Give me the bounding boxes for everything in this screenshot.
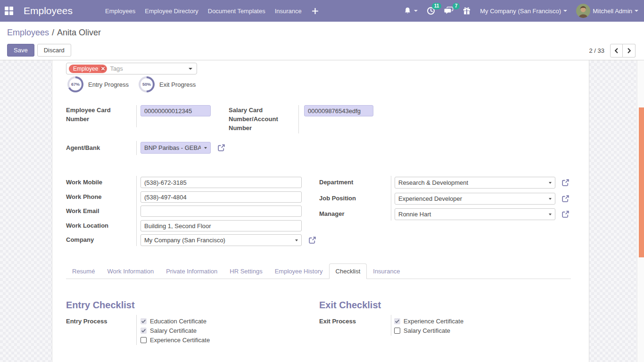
top-menu: Employees Employee Directory Document Te… (100, 0, 324, 22)
messages-icon (444, 7, 454, 15)
work-email-label: Work Email (66, 206, 99, 215)
agent-bank-label: Agent/Bank (66, 143, 127, 152)
salary-card-number-input[interactable] (304, 105, 373, 116)
plus-icon[interactable] (306, 8, 324, 14)
menu-employees[interactable]: Employees (100, 8, 140, 15)
tab-employee-history[interactable]: Employee History (269, 264, 329, 279)
list-item: Salary Certificate (140, 326, 210, 335)
work-location-label: Work Location (66, 221, 108, 230)
job-position-select[interactable]: Experienced Developer (395, 193, 555, 205)
list-item: Experience Certificate (140, 335, 210, 345)
list-item: Salary Certificate (394, 326, 463, 335)
experience-certificate-checkbox[interactable] (394, 318, 400, 324)
progress-row: 67% Entry Progress 50% Exit Progress (67, 76, 206, 92)
company-switcher[interactable]: My Company (San Francisco) (480, 8, 567, 15)
list-item: Experience Certificate (394, 316, 463, 326)
salary-certificate-checkbox[interactable] (394, 328, 400, 334)
tab-insurance[interactable]: Insurance (367, 264, 406, 279)
menu-employee-directory[interactable]: Employee Directory (140, 8, 203, 15)
education-certificate-checkbox[interactable] (140, 318, 147, 324)
menu-insurance[interactable]: Insurance (270, 8, 306, 15)
breadcrumb-employees-link[interactable]: Employees (7, 28, 49, 38)
work-mobile-label: Work Mobile (66, 178, 102, 187)
experience-certificate-checkbox[interactable] (140, 337, 147, 343)
dropdown-caret-icon (549, 182, 552, 184)
exit-progress-gauge: 50% (139, 76, 155, 92)
company-external-link-icon[interactable] (308, 236, 317, 245)
messages-tray[interactable]: 7 (444, 7, 454, 15)
user-menu[interactable]: Mitchell Admin (576, 4, 638, 18)
entry-checklist-items: Education Certificate Salary Certificate… (140, 316, 210, 345)
bell-icon (404, 7, 412, 15)
manager-external-link-icon[interactable] (561, 210, 570, 219)
tab-checklist[interactable]: Checklist (329, 263, 367, 279)
form-view-area: Employee Tags 67% Entry Progress 50% Exi… (0, 60, 644, 362)
pager-next-button[interactable] (623, 44, 636, 58)
job-position-label: Job Position (319, 194, 356, 203)
department-label: Department (319, 178, 353, 187)
user-name: Mitchell Admin (593, 8, 632, 15)
work-mobile-input[interactable] (140, 177, 302, 188)
work-phone-input[interactable] (140, 191, 302, 203)
work-email-input[interactable] (140, 206, 302, 217)
entry-progress-gauge: 67% (67, 76, 83, 92)
tag-label: Employee (73, 65, 98, 73)
tab-private-information[interactable]: Private Information (160, 264, 223, 279)
employee-card-number-input[interactable] (140, 105, 211, 116)
work-location-input[interactable] (140, 220, 302, 231)
exit-checklist-title: Exit Checklist (319, 300, 381, 311)
caret-down-icon (635, 10, 638, 12)
tab-work-information[interactable]: Work Information (101, 264, 160, 279)
message-count-badge: 7 (453, 3, 460, 9)
rewards-tray[interactable] (462, 7, 471, 15)
pager: 2 / 33 (589, 44, 636, 58)
agent-bank-external-link-icon[interactable] (217, 143, 226, 152)
exit-checklist-items: Experience Certificate Salary Certificat… (394, 316, 463, 335)
tag-pill: Employee (69, 65, 107, 73)
tab-hr-settings[interactable]: HR Settings (223, 264, 268, 279)
pager-previous-button[interactable] (610, 44, 623, 58)
dropdown-caret-icon[interactable] (189, 68, 192, 70)
company-name: My Company (San Francisco) (480, 8, 561, 15)
chevron-right-icon (626, 48, 632, 54)
notifications-bell[interactable] (404, 7, 418, 15)
breadcrumb-separator: / (52, 28, 54, 38)
dropdown-caret-icon (295, 239, 298, 241)
dropdown-caret-icon (204, 147, 207, 149)
breadcrumb: Employees / Anita Oliver (7, 28, 101, 38)
company-label: Company (66, 235, 94, 244)
department-select[interactable]: Research & Development (395, 177, 555, 189)
check-icon (141, 328, 146, 333)
work-phone-label: Work Phone (66, 192, 102, 201)
entry-process-label: Entry Process (66, 317, 107, 326)
salary-certificate-checkbox[interactable] (140, 328, 147, 334)
dropdown-caret-icon (549, 214, 552, 215)
notebook-tabs: Resumé Work Information Private Informat… (66, 264, 571, 279)
tag-remove-icon[interactable] (100, 66, 106, 72)
breadcrumb-current: Anita Oliver (57, 28, 101, 38)
save-button[interactable]: Save (7, 44, 34, 57)
apps-menu-icon[interactable] (5, 7, 13, 15)
menu-document-templates[interactable]: Document Templates (203, 8, 270, 15)
check-icon (395, 319, 400, 324)
agent-bank-select[interactable]: BNP Paribas - GEBAB (140, 142, 211, 154)
manager-select[interactable]: Ronnie Hart (395, 208, 555, 220)
manager-label: Manager (319, 209, 344, 218)
tab-resume[interactable]: Resumé (66, 264, 101, 279)
gift-icon (462, 7, 471, 15)
tags-field[interactable]: Employee Tags (66, 63, 197, 74)
exit-process-label: Exit Process (319, 317, 356, 326)
company-select[interactable]: My Company (San Francisco) (140, 234, 302, 246)
check-icon (141, 319, 146, 324)
department-external-link-icon[interactable] (561, 178, 570, 187)
scrollbar-thumb[interactable] (639, 107, 644, 257)
caret-down-icon (563, 10, 567, 12)
employee-card-number-label: Employee Card Number (66, 106, 118, 123)
top-navbar: Employees Employees Employee Directory D… (0, 0, 644, 22)
app-brand[interactable]: Employees (24, 0, 73, 22)
entry-progress-label: Entry Progress (88, 81, 129, 88)
discard-button[interactable]: Discard (37, 44, 71, 57)
activities-tray[interactable]: 11 (427, 7, 435, 15)
job-position-external-link-icon[interactable] (561, 194, 570, 203)
vertical-scrollbar[interactable] (637, 60, 644, 362)
